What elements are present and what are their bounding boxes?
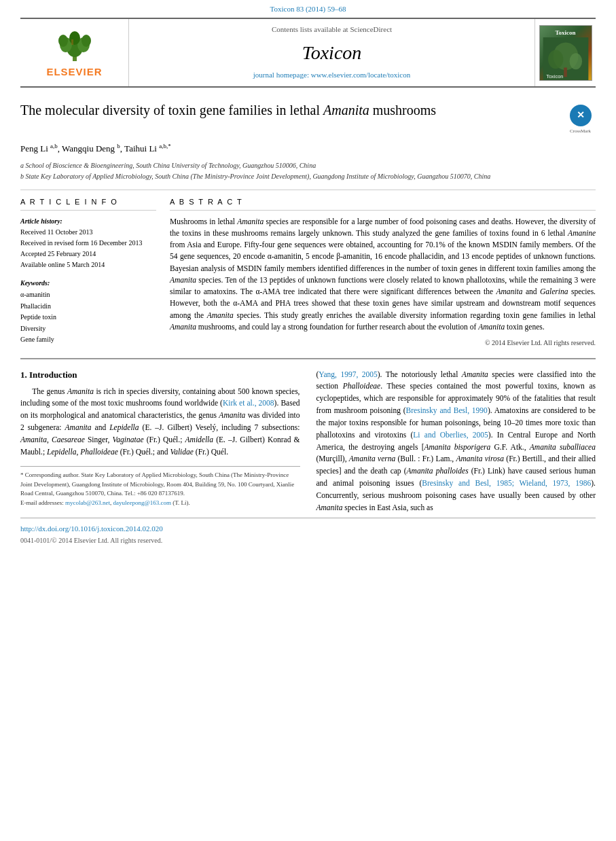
crossmark-icon: ✕ [570,105,592,126]
journal-cover-image: Toxicon Toxicon [535,19,596,86]
footer-copyright: 0041-0101/© 2014 Elsevier Ltd. All right… [20,536,596,546]
body-right-column: (Yang, 1997, 2005). The notoriously leth… [316,369,596,518]
journal-name-area: Contents lists available at ScienceDirec… [129,19,535,86]
sciencedirect-line: Contents lists available at ScienceDirec… [272,24,392,35]
cover-art-svg: Toxicon [541,37,590,80]
keyword-1: α-amanitin [20,290,156,300]
article-info-header: A R T I C L E I N F O [20,197,156,211]
svg-text:Toxicon: Toxicon [546,73,563,79]
svg-point-6 [81,35,91,47]
svg-point-4 [69,31,80,45]
doi-link[interactable]: http://dx.doi.org/10.1016/j.toxicon.2014… [20,524,596,535]
abstract-header: A B S T R A C T [170,197,596,211]
svg-point-5 [58,35,68,47]
body-left-column: 1. Introduction The genus Amanita is ric… [20,369,300,518]
body-content: 1. Introduction The genus Amanita is ric… [20,369,596,518]
affiliations: a School of Bioscience & Bioengineering,… [20,161,596,181]
elsevier-wordmark: ELSEVIER [46,65,102,79]
footnotes: * Corresponding author. State Key Labora… [20,466,300,507]
crossmark-badge[interactable]: ✕ CrossMark [565,105,596,135]
introduction-paragraph-2: (Yang, 1997, 2005). The notoriously leth… [316,369,596,514]
accepted-date: Accepted 25 February 2014 [20,249,156,260]
abstract-text: Mushrooms in lethal Amanita species are … [170,216,596,334]
article-title-section: The molecular diversity of toxin gene fa… [20,88,596,141]
elsevier-tree-icon [51,26,98,63]
authors-line: Peng Li a,b, Wangqiu Deng b, Taihui Li a… [20,142,596,156]
article-info-column: A R T I C L E I N F O Article history: R… [20,197,156,348]
keywords-title: Keywords: [20,279,156,289]
svg-rect-7 [71,39,73,45]
available-date: Available online 5 March 2014 [20,260,156,270]
article-title: The molecular diversity of toxin gene fa… [20,101,558,119]
elsevier-logo: ELSEVIER [46,26,102,79]
journal-homepage: journal homepage: www.elsevier.com/locat… [253,70,410,81]
elsevier-logo-area: ELSEVIER [20,19,129,86]
affiliation-a: a School of Bioscience & Bioengineering,… [20,161,596,171]
journal-title: Toxicon [302,39,362,67]
page-footer: http://dx.doi.org/10.1016/j.toxicon.2014… [20,518,596,548]
copyright-line: © 2014 Elsevier Ltd. All rights reserved… [170,338,596,348]
section-divider [20,358,596,359]
svg-point-10 [548,50,563,69]
introduction-paragraph-1: The genus Amanita is rich in species div… [20,386,300,459]
keyword-5: Gene family [20,335,156,345]
keywords-section: Keywords: α-amanitin Phallacidin Peptide… [20,279,156,345]
revised-date: Received in revised form 16 December 201… [20,238,156,249]
introduction-title: 1. Introduction [20,369,300,382]
citation-text: Toxicon 83 (2014) 59–68 [270,5,346,13]
keyword-2: Phallacidin [20,302,156,312]
affiliation-b: b State Key Laboratory of Applied Microb… [20,172,596,181]
journal-header: ELSEVIER Contents lists available at Sci… [20,18,596,88]
article-info-abstract: A R T I C L E I N F O Article history: R… [20,197,596,348]
corresponding-author-note: * Corresponding author. State Key Labora… [20,471,300,499]
received-date: Received 11 October 2013 [20,227,156,238]
svg-rect-12 [564,67,567,77]
article-title-area: The molecular diversity of toxin gene fa… [20,101,558,119]
toxicon-cover-art: Toxicon Toxicon [539,25,592,81]
main-content: The molecular diversity of toxin gene fa… [0,88,616,518]
crossmark-label: CrossMark [570,128,591,135]
history-title: Article history: [20,216,156,227]
email-addresses: E-mail addresses: mycolab@263.net, dayul… [20,499,300,508]
article-history: Article history: Received 11 October 201… [20,216,156,270]
keyword-4: Diversity [20,324,156,334]
keyword-3: Peptide toxin [20,312,156,323]
journal-citation: Toxicon 83 (2014) 59–68 [0,0,616,18]
abstract-column: A B S T R A C T Mushrooms in lethal Aman… [170,197,596,348]
svg-point-11 [569,53,582,69]
divider [20,190,596,190]
